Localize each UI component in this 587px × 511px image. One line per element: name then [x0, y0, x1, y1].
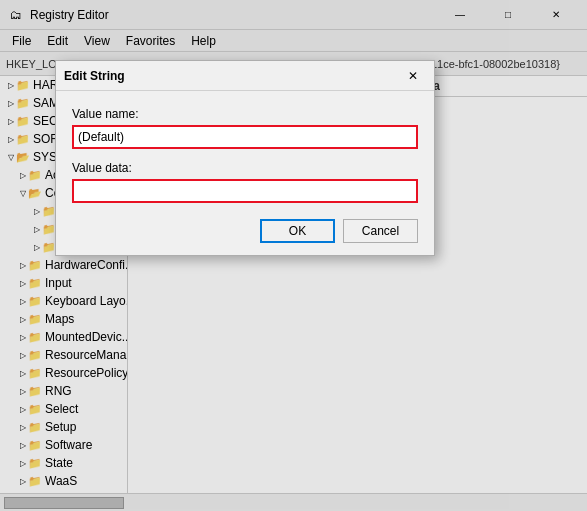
- value-name-label: Value name:: [72, 107, 418, 121]
- value-name-input[interactable]: [72, 125, 418, 149]
- dialog-body: Value name: Value data: OK Cancel: [56, 91, 434, 255]
- value-data-label: Value data:: [72, 161, 418, 175]
- dialog-titlebar: Edit String ✕: [56, 61, 434, 91]
- modal-overlay: Edit String ✕ Value name: Value data: OK…: [0, 0, 587, 511]
- edit-string-dialog: Edit String ✕ Value name: Value data: OK…: [55, 60, 435, 256]
- ok-button[interactable]: OK: [260, 219, 335, 243]
- cancel-button[interactable]: Cancel: [343, 219, 418, 243]
- value-data-input[interactable]: [72, 179, 418, 203]
- dialog-buttons: OK Cancel: [72, 215, 418, 243]
- dialog-close-button[interactable]: ✕: [400, 64, 426, 88]
- dialog-title: Edit String: [64, 69, 400, 83]
